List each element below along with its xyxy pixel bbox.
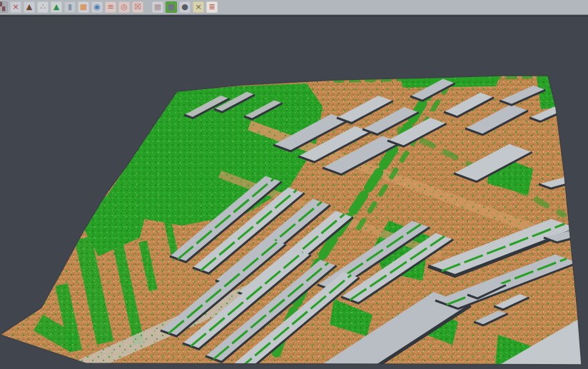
point-cloud-scene — [0, 16, 588, 369]
align-markers-icon-glyph: × — [12, 1, 19, 13]
side-panel-icon-glyph: ▮ — [68, 1, 72, 13]
texture-orthophoto-icon-glyph: ■ — [80, 1, 87, 13]
side-panel-icon[interactable]: ▮ — [64, 1, 76, 13]
classification-colors-icon-glyph: ▦ — [168, 1, 175, 13]
dark-sphere-icon[interactable]: ● — [179, 1, 191, 13]
orbit-navigation-icon[interactable]: ◉ — [91, 1, 103, 13]
striped-rows-icon[interactable]: ≣ — [206, 1, 218, 13]
checker-texture-icon-glyph: ▦ — [154, 1, 161, 13]
annotation-board-icon[interactable]: × — [193, 1, 204, 13]
main-toolbar: ▚×▲∴▲▮■◉≡◎☒▦▦●×≣ — [0, 0, 588, 15]
striped-rows-icon-glyph: ≣ — [208, 1, 215, 13]
annotation-board-icon-glyph: × — [195, 1, 201, 13]
layers-list-icon-glyph: ≡ — [107, 1, 113, 13]
mesh-surface-icon[interactable]: ▲ — [51, 1, 62, 13]
checker-texture-icon[interactable]: ▦ — [152, 1, 163, 13]
3d-viewport[interactable] — [0, 16, 588, 369]
ring-selection-icon[interactable]: ◎ — [118, 1, 130, 13]
dem-terrain-icon[interactable]: ▲ — [24, 1, 35, 13]
sparse-points-icon-glyph: ∴ — [41, 1, 46, 13]
texture-orthophoto-icon[interactable]: ■ — [78, 1, 89, 13]
ring-selection-icon-glyph: ◎ — [121, 1, 128, 13]
sparse-points-icon[interactable]: ∴ — [37, 1, 49, 13]
segment-cloud-icon-glyph: ▚ — [0, 1, 5, 13]
dark-sphere-icon-glyph: ● — [181, 1, 188, 13]
application-window: ▚×▲∴▲▮■◉≡◎☒▦▦●×≣ — [0, 0, 588, 369]
dem-terrain-icon-glyph: ▲ — [26, 1, 32, 13]
crop-region-icon-glyph: ☒ — [134, 1, 141, 13]
classification-colors-icon[interactable]: ▦ — [166, 1, 177, 13]
align-markers-icon[interactable]: × — [10, 1, 21, 13]
segment-cloud-icon[interactable]: ▚ — [0, 1, 8, 13]
crop-region-icon[interactable]: ☒ — [132, 1, 143, 13]
mesh-surface-icon-glyph: ▲ — [54, 1, 59, 13]
orbit-navigation-icon-glyph: ◉ — [93, 1, 101, 13]
layers-list-icon[interactable]: ≡ — [105, 1, 116, 13]
